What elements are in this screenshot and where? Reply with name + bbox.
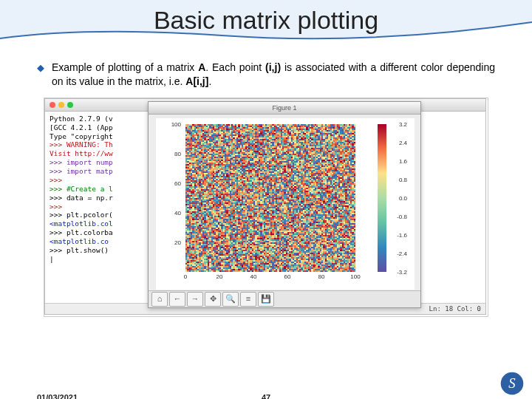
home-icon[interactable]: ⌂: [151, 292, 168, 307]
corner-logo: S: [499, 371, 525, 396]
matplotlib-figure-window: Figure 1 10080604020 020406080100 3.22.4…: [148, 101, 421, 308]
colorbar-tick-label: 2.4: [399, 140, 407, 146]
heatmap-canvas: [185, 124, 355, 272]
figure-title: Figure 1: [149, 102, 420, 115]
zoom-icon[interactable]: 🔍: [222, 292, 239, 307]
pan-icon[interactable]: ✥: [205, 292, 221, 307]
colorbar-tick-label: 0.0: [399, 195, 407, 202]
plot-area: 10080604020 020406080100 3.22.41.60.80.0…: [156, 118, 415, 290]
bullet-glyph: ◆: [37, 62, 44, 73]
x-tick-label: 40: [246, 273, 261, 280]
config-icon[interactable]: ≡: [240, 292, 256, 307]
x-tick-label: 80: [314, 273, 329, 280]
y-tick-label: 40: [159, 210, 181, 216]
screenshot-composite: Python 2.7.9 (v[GCC 4.2.1 (AppType "copy…: [44, 98, 488, 317]
x-tick-label: 0: [178, 273, 193, 280]
x-tick-label: 100: [348, 273, 363, 280]
save-icon[interactable]: 💾: [258, 292, 274, 307]
footer-page: 47: [0, 393, 532, 399]
colorbar: [378, 124, 386, 272]
minimize-icon[interactable]: [58, 102, 64, 108]
colorbar-tick-label: -0.8: [397, 214, 407, 220]
close-icon[interactable]: [50, 102, 55, 108]
back-icon[interactable]: ←: [169, 292, 185, 307]
y-tick-label: 20: [159, 239, 181, 246]
y-tick-label: 60: [159, 180, 181, 187]
colorbar-tick-label: 0.8: [399, 177, 407, 183]
figure-toolbar: ⌂←→✥🔍≡💾: [149, 290, 420, 307]
zoom-icon[interactable]: [67, 102, 73, 108]
x-tick-label: 60: [280, 273, 295, 280]
colorbar-tick-label: 1.6: [399, 158, 407, 165]
y-tick-label: 80: [159, 151, 181, 157]
colorbar-tick-label: 3.2: [399, 121, 407, 128]
colorbar-tick-label: -2.4: [397, 250, 407, 257]
bullet-text: Example of plotting of a matrix A. Each …: [52, 61, 495, 89]
bullet-item: ◆ Example of plotting of a matrix A. Eac…: [37, 61, 495, 89]
forward-icon[interactable]: →: [187, 292, 203, 307]
svg-text:S: S: [508, 375, 516, 391]
colorbar-tick-label: -3.2: [397, 269, 407, 276]
y-tick-label: 100: [159, 121, 181, 128]
x-tick-label: 20: [212, 273, 227, 280]
colorbar-tick-label: -1.6: [397, 232, 407, 239]
slide-title: Basic matrix plotting: [0, 0, 532, 35]
